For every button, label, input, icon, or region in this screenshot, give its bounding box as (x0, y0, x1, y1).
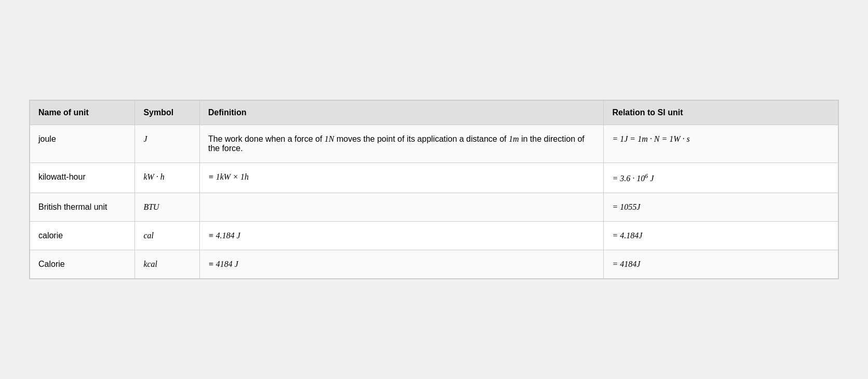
header-definition: Definition (199, 100, 604, 125)
unit-definition-kilowatt-hour: ≡ 1kW × 1h (199, 163, 604, 193)
unit-definition-calorie: ≡ 4.184 J (199, 222, 604, 250)
unit-definition-btu (199, 193, 604, 222)
units-table-container: Name of unit Symbol Definition Relation … (29, 100, 839, 279)
table-row: joule J The work done when a force of 1N… (30, 125, 838, 163)
unit-relation-joule: = 1J = 1m · N = 1W · s (604, 125, 838, 163)
unit-symbol-Calorie: kcal (135, 250, 200, 279)
unit-definition-joule: The work done when a force of 1N moves t… (199, 125, 604, 163)
table-row: calorie cal ≡ 4.184 J = 4.184J (30, 222, 838, 250)
units-table: Name of unit Symbol Definition Relation … (30, 100, 838, 279)
unit-symbol-btu: BTU (135, 193, 200, 222)
table-row: kilowatt-hour kW · h ≡ 1kW × 1h = 3.6 · … (30, 163, 838, 193)
unit-symbol-joule: J (135, 125, 200, 163)
header-name: Name of unit (30, 100, 135, 125)
unit-name-joule: joule (30, 125, 135, 163)
unit-relation-calorie: = 4.184J (604, 222, 838, 250)
unit-name-Calorie: Calorie (30, 250, 135, 279)
unit-symbol-kilowatt-hour: kW · h (135, 163, 200, 193)
unit-definition-Calorie: ≡ 4184 J (199, 250, 604, 279)
unit-name-calorie: calorie (30, 222, 135, 250)
unit-relation-kilowatt-hour: = 3.6 · 106 J (604, 163, 838, 193)
header-relation: Relation to SI unit (604, 100, 838, 125)
header-symbol: Symbol (135, 100, 200, 125)
unit-relation-Calorie: = 4184J (604, 250, 838, 279)
unit-name-btu: British thermal unit (30, 193, 135, 222)
unit-name-kilowatt-hour: kilowatt-hour (30, 163, 135, 193)
unit-symbol-calorie: cal (135, 222, 200, 250)
table-header-row: Name of unit Symbol Definition Relation … (30, 100, 838, 125)
unit-relation-btu: = 1055J (604, 193, 838, 222)
table-row: Calorie kcal ≡ 4184 J = 4184J (30, 250, 838, 279)
table-row: British thermal unit BTU = 1055J (30, 193, 838, 222)
